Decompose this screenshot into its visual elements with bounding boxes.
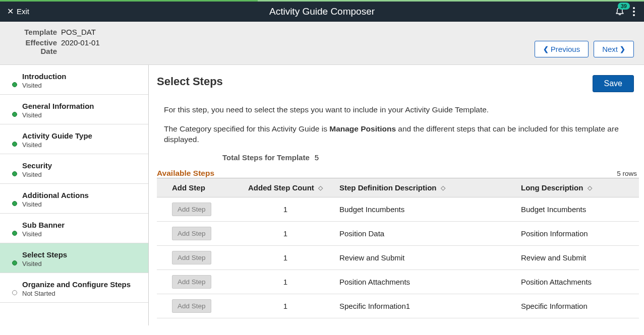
- total-steps-value: 5: [315, 153, 319, 162]
- exit-button[interactable]: ✕ Exit: [0, 2, 36, 21]
- total-steps-label: Total Steps for Template: [222, 153, 310, 162]
- total-steps-row: Total Steps for Template 5: [222, 153, 639, 162]
- page-title: Activity Guide Composer: [269, 6, 375, 17]
- cell-added-count: 1: [238, 222, 333, 246]
- cell-step-desc: Position Attachments: [333, 270, 515, 294]
- sidebar-item-status: Not Started: [22, 290, 139, 297]
- sidebar-item-status: Visited: [22, 200, 139, 208]
- description-line-2: The Category specified for this Activity…: [164, 123, 624, 145]
- add-step-button[interactable]: Add Step: [172, 203, 211, 216]
- sidebar-item[interactable]: Organize and Configure StepsNot Started: [0, 273, 148, 303]
- sidebar-item-title: Security: [22, 161, 139, 170]
- effective-date-label: Effective Date: [8, 38, 61, 55]
- steps-sidebar[interactable]: IntroductionVisitedGeneral InformationVi…: [0, 65, 149, 325]
- add-step-button[interactable]: Add Step: [172, 299, 211, 313]
- cell-step-desc: Position Data: [333, 222, 515, 246]
- status-dot-visited-icon: [12, 231, 17, 236]
- sidebar-item-status: Visited: [22, 230, 139, 238]
- status-dot-visited-icon: [12, 142, 17, 147]
- section-title: Select Steps: [157, 75, 223, 88]
- template-value: POS_DAT: [61, 28, 96, 36]
- status-dot-notstarted-icon: [12, 290, 17, 295]
- sidebar-item[interactable]: Additional ActionsVisited: [0, 184, 148, 214]
- sort-icon: ◇: [588, 184, 592, 191]
- cell-add-step: Add Step: [157, 222, 238, 246]
- next-label: Next: [602, 45, 618, 53]
- notification-badge: 39: [618, 3, 630, 10]
- chevron-left-icon: ❮: [543, 45, 549, 53]
- chevron-right-icon: ❯: [620, 45, 625, 53]
- notifications-button[interactable]: 39: [615, 6, 625, 17]
- sidebar-item-title: Introduction: [22, 72, 139, 81]
- desc2-pre: The Category specified for this Activity…: [164, 124, 329, 133]
- cell-add-step: Add Step: [157, 270, 238, 294]
- cell-step-desc: Budget Incumbents: [333, 197, 515, 222]
- rows-count: 5 rows: [617, 170, 637, 177]
- cell-added-count: 1: [238, 246, 333, 270]
- cell-added-count: 1: [238, 197, 333, 222]
- sidebar-item[interactable]: Sub BannerVisited: [0, 214, 148, 243]
- status-dot-visited-icon: [12, 260, 17, 265]
- add-step-button[interactable]: Add Step: [172, 275, 211, 289]
- cell-long-desc: Budget Incumbents: [515, 197, 639, 222]
- col-add-step[interactable]: Add Step: [157, 178, 238, 197]
- next-button[interactable]: Next ❯: [594, 41, 634, 57]
- main-content: Select Steps Save For this step, you nee…: [149, 65, 644, 325]
- template-label: Template: [8, 28, 61, 36]
- col-added-count[interactable]: Added Step Count ◇: [238, 178, 333, 197]
- status-dot-visited-icon: [12, 112, 17, 117]
- sidebar-item[interactable]: IntroductionVisited: [0, 65, 148, 95]
- sidebar-item-status: Visited: [22, 111, 139, 119]
- sidebar-item-title: General Information: [22, 102, 139, 110]
- cell-long-desc: Position Information: [515, 222, 639, 246]
- template-info: Template POS_DAT Effective Date 2020-01-…: [8, 28, 100, 57]
- more-menu-button[interactable]: [631, 5, 637, 18]
- save-button[interactable]: Save: [593, 75, 634, 92]
- sidebar-item-status: Visited: [22, 171, 139, 178]
- sidebar-item-title: Additional Actions: [22, 191, 139, 199]
- sort-icon: ◇: [318, 184, 323, 191]
- sidebar-item-status: Visited: [22, 141, 139, 149]
- status-dot-visited-icon: [12, 82, 17, 87]
- nav-buttons: ❮ Previous Next ❯: [535, 41, 636, 57]
- header-actions: 39: [615, 5, 644, 18]
- close-icon: ✕: [7, 8, 14, 16]
- context-bar: Template POS_DAT Effective Date 2020-01-…: [0, 22, 644, 65]
- table-row: Add Step1Review and SubmitReview and Sub…: [157, 246, 639, 270]
- cell-step-desc: Review and Submit: [333, 246, 515, 270]
- sidebar-item[interactable]: SecurityVisited: [0, 154, 148, 184]
- previous-button[interactable]: ❮ Previous: [535, 41, 589, 57]
- available-steps-table: Add Step Added Step Count ◇ Step Definit…: [157, 178, 639, 318]
- cell-step-desc: Specific Information1: [333, 294, 515, 318]
- cell-added-count: 1: [238, 294, 333, 318]
- sidebar-item-title: Select Steps: [22, 250, 139, 259]
- sidebar-item[interactable]: General InformationVisited: [0, 95, 148, 124]
- effective-date-value: 2020-01-01: [61, 38, 100, 55]
- status-dot-visited-icon: [12, 201, 17, 206]
- cell-add-step: Add Step: [157, 246, 238, 270]
- cell-add-step: Add Step: [157, 197, 238, 222]
- table-row: Add Step1Position DataPosition Informati…: [157, 222, 639, 246]
- col-step-desc[interactable]: Step Definition Description ◇: [333, 178, 515, 197]
- app-header: ✕ Exit Activity Guide Composer 39: [0, 2, 644, 22]
- previous-label: Previous: [551, 45, 580, 53]
- table-row: Add Step1Budget IncumbentsBudget Incumbe…: [157, 197, 639, 222]
- sidebar-item-title: Organize and Configure Steps: [22, 280, 139, 289]
- table-row: Add Step1Position AttachmentsPosition At…: [157, 270, 639, 294]
- cell-added-count: 1: [238, 270, 333, 294]
- sidebar-item-title: Activity Guide Type: [22, 131, 139, 140]
- add-step-button[interactable]: Add Step: [172, 227, 211, 240]
- table-row: Add Step1Specific Information1Specific I…: [157, 294, 639, 318]
- sidebar-item-status: Visited: [22, 82, 139, 89]
- cell-long-desc: Specific Information: [515, 294, 639, 318]
- sidebar-item[interactable]: Activity Guide TypeVisited: [0, 124, 148, 154]
- description-line-1: For this step, you need to select the st…: [164, 104, 624, 115]
- cell-long-desc: Review and Submit: [515, 246, 639, 270]
- exit-label: Exit: [17, 7, 29, 16]
- status-dot-visited-icon: [12, 171, 17, 176]
- add-step-button[interactable]: Add Step: [172, 251, 211, 264]
- col-long-desc[interactable]: Long Description ◇: [515, 178, 639, 197]
- sidebar-item[interactable]: Select StepsVisited: [0, 243, 148, 273]
- desc2-category: Manage Positions: [329, 124, 396, 133]
- description-block: For this step, you need to select the st…: [164, 104, 624, 145]
